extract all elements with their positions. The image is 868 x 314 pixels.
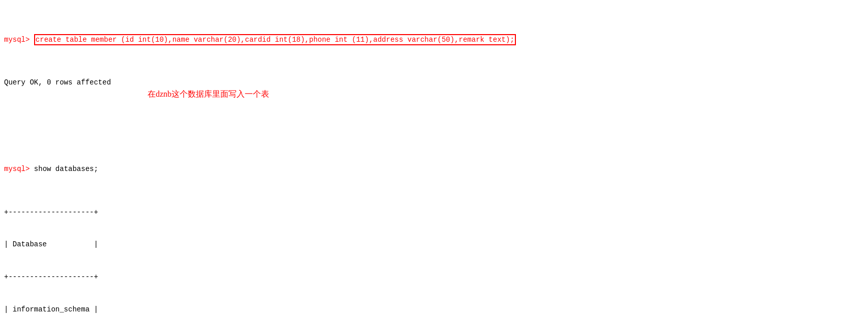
command-line-2: mysql> show databases; <box>4 164 864 175</box>
blank-line-1 <box>4 121 864 132</box>
query-ok-line: Query OK, 0 rows affected <box>4 77 864 89</box>
table-row-information-schema: | information_schema | <box>4 304 864 314</box>
annotation-text: 在dznb这个数据库里面写入一个表 <box>148 89 269 100</box>
prompt-1: mysql> <box>4 36 34 44</box>
create-table-command: create table member (id int(10),name var… <box>34 34 516 45</box>
terminal-output: mysql> create table member (id int(10),n… <box>4 2 864 314</box>
table-border-mid-db: +--------------------+ <box>4 272 864 283</box>
table-header-db: | Database | <box>4 239 864 250</box>
command-line-1: mysql> create table member (id int(10),n… <box>4 34 864 45</box>
table-border-top-db: +--------------------+ <box>4 207 864 218</box>
